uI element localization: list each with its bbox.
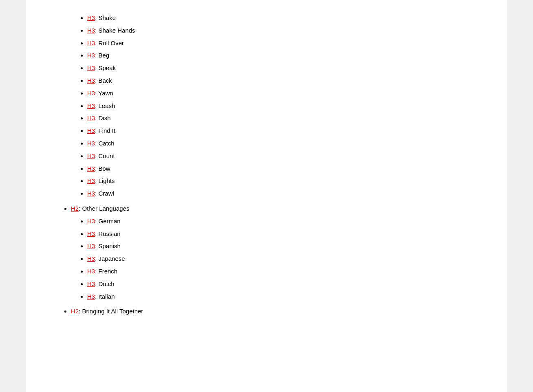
h3-label[interactable]: H3 — [87, 115, 95, 121]
h2-bringing-text: : Bringing It All Together — [79, 308, 143, 315]
page-container: H3: Shake H3: Shake Hands H3: Roll Over … — [0, 0, 533, 392]
item-text: : Find It — [95, 127, 115, 134]
item-text: : Italian — [95, 293, 115, 300]
item-text: : Leash — [95, 102, 115, 109]
list-item-dutch: H3: Dutch — [87, 278, 474, 290]
list-item: H3: Back — [87, 75, 474, 87]
h2-label[interactable]: H2 — [71, 205, 79, 212]
list-item-japanese: H3: Japanese — [87, 253, 474, 265]
h3-label[interactable]: H3 — [87, 90, 95, 97]
h3-top-nested-list: H3: Shake H3: Shake Hands H3: Roll Over … — [71, 12, 474, 200]
h3-label[interactable]: H3 — [87, 177, 95, 184]
list-item-russian: H3: Russian — [87, 228, 474, 240]
h3-label[interactable]: H3 — [87, 152, 95, 159]
content-area: H3: Shake H3: Shake Hands H3: Roll Over … — [26, 0, 507, 392]
list-item: H3: Bow — [87, 163, 474, 175]
list-item: H3: Speak — [87, 62, 474, 74]
item-text: : Yawn — [95, 90, 113, 97]
h3-label[interactable]: H3 — [87, 40, 95, 46]
main-outline-list: H3: Shake H3: Shake Hands H3: Roll Over … — [59, 12, 474, 317]
list-item: H3: Catch — [87, 138, 474, 150]
h2-label[interactable]: H2 — [71, 308, 79, 315]
list-item: H3: Yawn — [87, 88, 474, 99]
h3-label[interactable]: H3 — [87, 77, 95, 84]
item-text: : Roll Over — [95, 40, 124, 46]
h3-label[interactable]: H3 — [87, 27, 95, 34]
item-text: : Catch — [95, 140, 115, 147]
list-item: H3: Shake Hands — [87, 25, 474, 37]
item-text: : Beg — [95, 52, 109, 59]
item-text: : Shake — [95, 14, 116, 21]
list-item: H3: Beg — [87, 50, 474, 62]
h3-label[interactable]: H3 — [87, 255, 95, 262]
h3-label[interactable]: H3 — [87, 190, 95, 197]
h3-label[interactable]: H3 — [87, 165, 95, 172]
item-text: : Japanese — [95, 255, 125, 262]
h3-label[interactable]: H3 — [87, 242, 95, 249]
item-text: : Dish — [95, 115, 110, 121]
h3-other-languages-list: H3: German H3: Russian H3: Spanish H3: J… — [71, 216, 474, 303]
h3-label[interactable]: H3 — [87, 230, 95, 237]
item-text: : Russian — [95, 230, 121, 237]
item-text: : German — [95, 218, 121, 225]
list-item: H3: Crawl — [87, 188, 474, 200]
list-item: H3: Count — [87, 150, 474, 162]
h3-label[interactable]: H3 — [87, 64, 95, 71]
item-text: : Speak — [95, 64, 116, 71]
item-text: : Back — [95, 77, 112, 84]
item-text: : Shake Hands — [95, 27, 135, 34]
h2-other-languages-item: H2: Other Languages H3: German H3: Russi… — [71, 203, 474, 302]
h3-label[interactable]: H3 — [87, 268, 95, 275]
item-text: : Lights — [95, 177, 115, 184]
item-text: : Crawl — [95, 190, 114, 197]
item-text: : Spanish — [95, 242, 121, 249]
list-item-spanish: H3: Spanish — [87, 240, 474, 252]
item-text: : Count — [95, 152, 115, 159]
item-text: : Bow — [95, 165, 110, 172]
h3-label[interactable]: H3 — [87, 218, 95, 225]
h3-label[interactable]: H3 — [87, 14, 95, 21]
list-item: H3: Lights — [87, 175, 474, 187]
list-item: H3: Find It — [87, 125, 474, 137]
h3-label[interactable]: H3 — [87, 52, 95, 59]
h2-bringing-item: H2: Bringing It All Together — [71, 306, 474, 317]
list-item: H3: Dish — [87, 112, 474, 124]
h3-label[interactable]: H3 — [87, 140, 95, 147]
list-item: H3: Shake — [87, 12, 474, 24]
list-item-italian: H3: Italian — [87, 291, 474, 303]
h3-label[interactable]: H3 — [87, 102, 95, 109]
list-item: H3: Leash — [87, 100, 474, 112]
list-item-french: H3: French — [87, 266, 474, 277]
list-item: H3: Roll Over — [87, 37, 474, 49]
h3-label[interactable]: H3 — [87, 293, 95, 300]
h2-other-languages-text: : Other Languages — [79, 205, 129, 212]
item-text: : French — [95, 268, 117, 275]
item-text: : Dutch — [95, 280, 115, 287]
top-section: H3: Shake H3: Shake Hands H3: Roll Over … — [59, 12, 474, 317]
h3-label[interactable]: H3 — [87, 127, 95, 134]
h3-label[interactable]: H3 — [87, 280, 95, 287]
list-item-german: H3: German — [87, 216, 474, 227]
